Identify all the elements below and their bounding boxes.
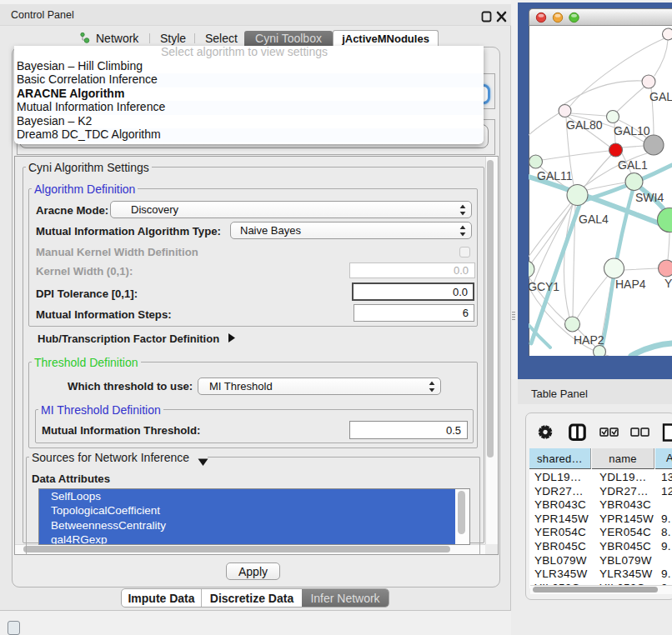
svg-text:GAL1: GAL1 [618, 158, 648, 172]
svg-text:SWI4: SWI4 [635, 191, 664, 204]
svg-text:GAL11: GAL11 [537, 169, 573, 182]
svg-text:HAP4: HAP4 [615, 278, 646, 291]
svg-text:GAL80: GAL80 [566, 118, 603, 132]
svg-text:HAP2: HAP2 [574, 333, 604, 347]
svg-text:GCY1: GCY1 [529, 280, 559, 293]
svg-text:GAL7: GAL7 [649, 90, 672, 103]
svg-text:GAL4: GAL4 [579, 212, 609, 226]
svg-text:GAL10: GAL10 [614, 124, 650, 138]
svg-text:YM: YM [664, 277, 672, 290]
